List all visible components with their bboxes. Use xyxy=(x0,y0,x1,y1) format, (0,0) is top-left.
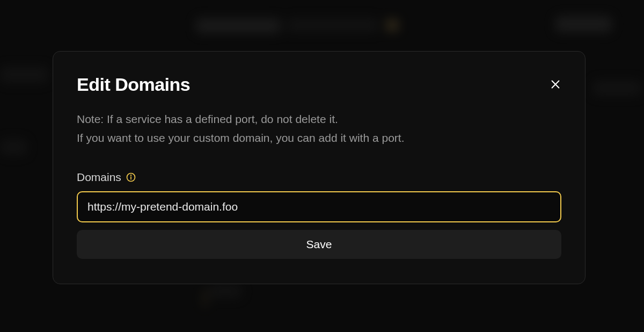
close-icon xyxy=(550,78,561,90)
domains-label: Domains xyxy=(77,171,121,184)
description-line-1: Note: If a service has a defined port, d… xyxy=(77,110,561,129)
domains-field-group: Domains Save xyxy=(77,171,561,259)
domains-input[interactable] xyxy=(77,191,561,222)
modal-header: Edit Domains xyxy=(77,74,561,95)
svg-point-4 xyxy=(130,175,131,176)
modal-title: Edit Domains xyxy=(77,74,190,95)
close-button[interactable] xyxy=(547,76,564,92)
description-line-2: If you want to use your custom domain, y… xyxy=(77,129,561,148)
modal-description: Note: If a service has a defined port, d… xyxy=(77,110,561,147)
info-icon[interactable] xyxy=(126,172,136,183)
edit-domains-modal: Edit Domains Note: If a service has a de… xyxy=(53,51,586,284)
save-button[interactable]: Save xyxy=(77,230,561,259)
field-label-row: Domains xyxy=(77,171,561,184)
